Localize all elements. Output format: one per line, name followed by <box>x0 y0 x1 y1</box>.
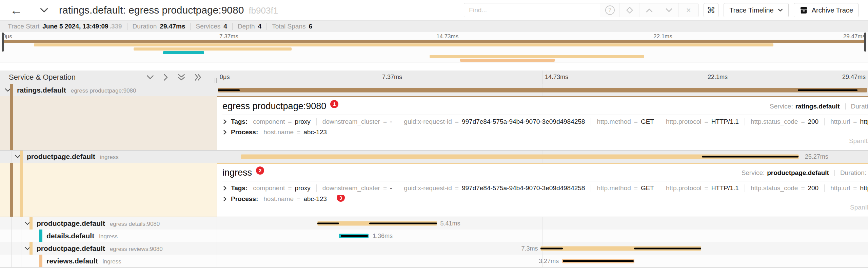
equals: = <box>801 184 805 192</box>
service-color-strip <box>20 163 23 217</box>
chevron-right-icon <box>223 185 227 191</box>
span-name-cell: ratings.defaultegress productpage:9080 <box>0 84 217 96</box>
view-mode-select[interactable]: Trace Timeline <box>724 3 788 17</box>
span-name-cell: productpage.defaultegress details:9080 <box>0 217 217 230</box>
content-bottom-border <box>0 267 868 267</box>
span-name-cell: details.defaultingress <box>0 230 217 242</box>
tag-key: http.protocol <box>666 184 702 192</box>
archive-trace-button[interactable]: Archive Trace <box>794 3 859 17</box>
span-bar[interactable] <box>339 234 369 238</box>
next-match-icon[interactable] <box>659 3 678 17</box>
column-resizer-handle[interactable] <box>215 78 217 83</box>
detail-meta: Service:productpage.default Duration:25.… <box>742 169 868 177</box>
span-timeline-cell: 5.41ms <box>217 217 868 230</box>
operation-name: egress details:9080 <box>110 221 160 227</box>
minimap-right-scrubber[interactable] <box>864 33 866 52</box>
total-spans-label: Total Spans <box>272 23 305 30</box>
tag-key: http.status_code <box>751 184 798 192</box>
depth-value: 4 <box>258 23 262 30</box>
service-value: ratings.default <box>795 103 840 110</box>
span-row-productpage-ingress[interactable]: productpage.defaultingress 25.27ms <box>0 151 868 163</box>
tag-value: http://productpage:9080/produc... <box>860 118 868 125</box>
process-accordion[interactable]: Process: host.name=abc-123 3 <box>222 195 868 203</box>
minimap-tick-3: 22.1ms <box>653 33 672 40</box>
collapse-one-icon[interactable] <box>146 75 154 80</box>
ruler-tick-3: 22.1ms <box>708 74 728 81</box>
expand-one-icon[interactable] <box>163 74 168 81</box>
detail-header: ingress 2 Service:productpage.default Du… <box>222 167 868 178</box>
process-value: abc-123 <box>303 128 327 136</box>
span-row-egress-reviews[interactable]: productpage.defaultegress reviews:9080 7… <box>0 242 868 255</box>
equals: = <box>297 195 300 203</box>
span-bar[interactable] <box>317 221 437 225</box>
trace-view-page: ← ratings.default: egress productpage:90… <box>0 0 868 278</box>
tags-accordion[interactable]: Tags: component=proxy downstream_cluster… <box>222 118 868 125</box>
find-input[interactable] <box>464 3 600 17</box>
detail-panel-indent <box>0 163 217 217</box>
clear-search-icon[interactable]: × <box>678 3 698 17</box>
title-chevron-down-icon[interactable] <box>40 8 48 13</box>
tag-key: guid:x-request-id <box>404 118 452 125</box>
locate-span-icon[interactable] <box>619 3 639 17</box>
tags-accordion[interactable]: Tags: component=proxy downstream_cluster… <box>222 184 868 192</box>
tag-key: component <box>253 118 285 125</box>
services-label: Services <box>196 23 220 30</box>
span-timeline-cell: 3.27ms <box>217 255 868 267</box>
caret-down-icon <box>778 8 783 12</box>
tag-value: 997d7e84-575a-94b4-9070-3e09d4984258 <box>462 184 585 192</box>
search-help-icon[interactable]: ? <box>600 3 619 17</box>
equals: = <box>297 128 300 136</box>
minimap-tick-4: 29.47ms <box>843 33 865 40</box>
ruler-tick-0: 0μs <box>220 74 230 81</box>
equals: = <box>853 118 857 125</box>
minimap-left-scrubber[interactable] <box>2 33 4 52</box>
span-row-details-ingress[interactable]: details.defaultingress 1.36ms <box>0 230 868 242</box>
timeline-grid-header: Service & Operation 0μs 7.37ms 14.73ms 2… <box>0 71 868 84</box>
span-detail-panel: egress productpage:9080 1 Service:rating… <box>0 96 868 151</box>
ruler-tick-1: 7.37ms <box>382 74 402 81</box>
span-rows: ratings.defaultegress productpage:9080 e… <box>0 84 868 267</box>
back-icon[interactable]: ← <box>10 4 22 16</box>
services-value: 4 <box>223 23 227 30</box>
service-color-strip <box>20 151 23 163</box>
top-bar-controls: ? × ⌘ Trace Timeline Archive Trace <box>464 3 859 17</box>
close-icon: × <box>686 6 691 14</box>
tag-value: HTTP/1.1 <box>711 184 739 192</box>
span-row-reviews-ingress[interactable]: reviews.defaultingress 3.27ms <box>0 255 868 267</box>
span-duration-label: 5.41ms <box>440 220 460 227</box>
detail-meta: Service:ratings.default Duration:29.47ms… <box>770 103 868 110</box>
operation-name: ingress <box>103 258 121 265</box>
span-id-row: SpanID: 0f925d0b37338094 <box>849 135 868 147</box>
span-detail-panel: ingress 2 Service:productpage.default Du… <box>0 163 868 217</box>
service-name: details.default <box>46 232 94 240</box>
chevron-right-icon <box>223 130 227 135</box>
service-operation-header: Service & Operation <box>0 71 217 84</box>
annotation-badge-2: 2 <box>256 166 264 175</box>
detail-panel-indent <box>0 96 217 150</box>
expand-all-icon[interactable] <box>195 74 201 81</box>
trace-minimap[interactable]: 0μs 7.37ms 14.73ms 22.1ms 29.47ms <box>0 32 868 62</box>
span-bar[interactable] <box>540 246 701 251</box>
collapse-all-icon[interactable] <box>178 74 185 81</box>
keyboard-shortcuts-button[interactable]: ⌘ <box>704 3 718 17</box>
trace-summary-bar: Trace StartJune 5 2024, 13:49:09.339 Dur… <box>0 21 868 32</box>
tag-key: component <box>253 184 285 192</box>
ruler-tick-4: 29.47ms <box>842 74 866 81</box>
process-accordion[interactable]: Process: host.name=abc-123 <box>222 128 868 136</box>
span-bar[interactable] <box>218 88 867 93</box>
chevron-right-icon <box>223 119 227 124</box>
tag-value: - <box>390 184 392 192</box>
span-duration-label: 7.3ms <box>521 245 538 252</box>
tag-value: - <box>390 118 392 125</box>
prev-match-icon[interactable] <box>639 3 659 17</box>
span-bar[interactable] <box>562 259 634 263</box>
tag-value: proxy <box>295 118 310 125</box>
service-label: Service: <box>770 103 793 110</box>
equals: = <box>455 184 459 192</box>
span-row-ratings-egress[interactable]: ratings.defaultegress productpage:9080 <box>0 84 868 96</box>
span-bar[interactable] <box>241 155 799 159</box>
trace-start-ms: .339 <box>110 23 122 30</box>
question-icon: ? <box>605 5 615 15</box>
span-row-egress-details[interactable]: productpage.defaultegress details:9080 5… <box>0 217 868 230</box>
service-name: ratings.default <box>17 86 66 94</box>
